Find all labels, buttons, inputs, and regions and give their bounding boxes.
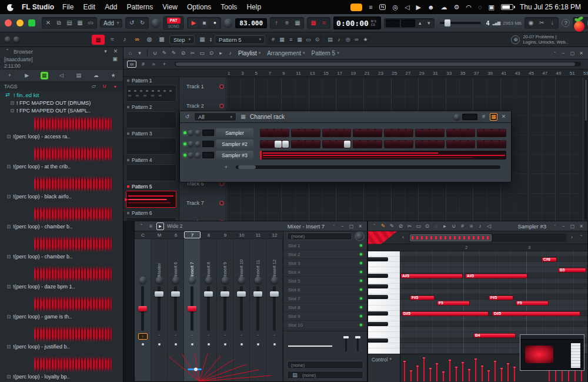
piano-icon[interactable]: ▦ [198, 35, 207, 44]
wave-icon[interactable]: ≈ [150, 61, 158, 68]
step-cell[interactable] [385, 141, 391, 148]
pan-knob[interactable] [139, 277, 146, 284]
velocity-line[interactable] [443, 372, 444, 381]
step-cell[interactable] [275, 141, 281, 148]
step-cell[interactable] [330, 129, 336, 137]
window-title[interactable]: Sampler #3 [517, 223, 546, 230]
scroll-right-icon[interactable]: › [568, 234, 576, 241]
velocity-line[interactable] [456, 367, 457, 381]
step-cell[interactable] [368, 141, 375, 148]
quantize-icon[interactable]: ♪ [335, 36, 343, 44]
pattern-selector[interactable]: Pattern 5 ▾ [215, 35, 265, 44]
close-icon[interactable]: ✕ [500, 113, 507, 121]
graph-editor-icon[interactable]: # [480, 113, 487, 121]
slot-led[interactable] [360, 280, 362, 282]
step-cell[interactable] [392, 129, 398, 137]
velocity-line[interactable] [449, 360, 450, 381]
velocity-line[interactable] [430, 368, 431, 381]
mixer-slot[interactable]: Slot 7 [283, 294, 367, 303]
favorite-icon[interactable]: ★ [362, 36, 369, 44]
close-window-button[interactable] [5, 19, 12, 26]
hint-bubble-icon[interactable]: ▭ [86, 18, 95, 28]
volume-knob[interactable] [195, 141, 201, 147]
velocity-line[interactable] [514, 367, 515, 381]
piano-key-black[interactable] [368, 295, 388, 299]
kit-folder-item[interactable]: ⇄ ! fin..ed kit [0, 91, 123, 99]
menu-caret-icon[interactable]: ˇ [138, 222, 145, 230]
mixer-slot[interactable]: Slot 2 [283, 250, 367, 259]
fader-handle[interactable] [171, 291, 180, 297]
step-cell[interactable] [430, 141, 436, 148]
overview-viewport[interactable] [410, 234, 492, 241]
mixer-strip[interactable]: Insert 8 ˆ [201, 239, 217, 381]
track-name[interactable]: Track 7 [179, 194, 226, 212]
select-tool-icon[interactable]: ▭ [415, 222, 422, 230]
step-cell[interactable] [260, 129, 267, 137]
mixer-track-number[interactable]: C [135, 231, 151, 238]
eq-curve[interactable] [288, 346, 332, 347]
playlist-title[interactable]: Playlist [238, 50, 257, 57]
piano-note[interactable]: F5 [516, 301, 549, 305]
preview-thumbnail[interactable] [520, 334, 584, 371]
mixer-strip[interactable]: Insert 12 ˆ [266, 239, 283, 381]
step-cell[interactable] [437, 129, 443, 137]
record-arm-icon[interactable] [219, 104, 224, 108]
zoom-tool-icon[interactable]: ⊙ [208, 49, 215, 57]
stamp-icon[interactable]: # [459, 222, 466, 230]
mixer-strip[interactable]: Master ˆ [151, 239, 168, 381]
pan-knob[interactable] [188, 152, 193, 158]
mixer-slot[interactable]: Slot 3 [283, 259, 367, 268]
route-arrow-icon[interactable]: ↑ [138, 333, 148, 340]
slice-tool-icon[interactable]: ✂ [406, 222, 413, 230]
slot-led[interactable] [360, 244, 362, 247]
step-cell[interactable] [353, 129, 360, 137]
mixer-track-number[interactable]: 8 [201, 231, 217, 238]
step-cell[interactable] [399, 129, 405, 137]
track-lane[interactable] [226, 194, 588, 212]
channel-button[interactable]: Sampler #3 [216, 151, 253, 160]
piano-roll-timeline[interactable]: 23 [368, 244, 587, 251]
cloud-icon[interactable]: ☁ [92, 72, 100, 79]
volume-fader[interactable] [240, 286, 243, 331]
record-arm-icon[interactable] [219, 84, 224, 89]
velocity-line[interactable] [495, 361, 496, 381]
step-cell[interactable] [477, 141, 484, 148]
slide-icon[interactable]: ≈ [108, 35, 117, 44]
volume-fader[interactable] [273, 286, 276, 331]
maximize-button[interactable]: ▢ [569, 49, 576, 57]
channel-rack-toggle[interactable]: ▦ [92, 35, 105, 45]
mixer-slot[interactable]: Slot 8 [283, 303, 367, 312]
mixer-strip[interactable]: Insert 10 ˆ [233, 239, 250, 381]
step-grid-icon[interactable]: ▦ [490, 113, 497, 121]
add-menu-button[interactable]: Add ▾ [100, 19, 122, 28]
note-icon[interactable]: ♪ [120, 35, 129, 44]
time-display[interactable]: 0:00:00 M S CS [333, 16, 381, 29]
overdub-icon[interactable]: ↑ [272, 18, 281, 28]
loop-record-icon[interactable]: ▦ [309, 18, 318, 28]
add-icon[interactable]: + [6, 72, 14, 79]
route-arrow-icon[interactable]: ˆ [188, 333, 197, 340]
step-cell[interactable] [461, 129, 467, 137]
step-cell[interactable] [260, 141, 267, 148]
scrollbar-handle[interactable] [238, 165, 256, 169]
typing-keyboard-icon[interactable]: ▩ [157, 35, 166, 44]
velocity-line[interactable] [423, 358, 425, 381]
detach-button[interactable]: ˆ [330, 222, 338, 230]
volume-knob[interactable] [195, 152, 201, 158]
add-channel-icon[interactable]: + [222, 164, 230, 171]
piano-key-black[interactable] [368, 274, 388, 278]
list-icon[interactable]: ≡ [287, 36, 295, 44]
step-cell[interactable] [360, 129, 367, 137]
chain-icon[interactable]: ∞ [353, 36, 360, 44]
step-cell[interactable] [330, 141, 336, 148]
step-cell[interactable] [313, 129, 319, 137]
swing-amount-knob[interactable] [454, 114, 460, 120]
mute-tool-icon[interactable]: ⊘ [397, 222, 405, 230]
mixer-strip[interactable]: Insert 7 ˆ [184, 239, 201, 381]
eq-mini-fader[interactable] [345, 336, 347, 351]
list-item[interactable]: !(perc loop) - black airfo.. [0, 176, 123, 204]
main-volume-slider[interactable] [440, 22, 481, 24]
screen-record-badge[interactable] [350, 4, 362, 11]
pan-knob[interactable] [188, 141, 193, 147]
menu-file[interactable]: File [62, 3, 74, 11]
